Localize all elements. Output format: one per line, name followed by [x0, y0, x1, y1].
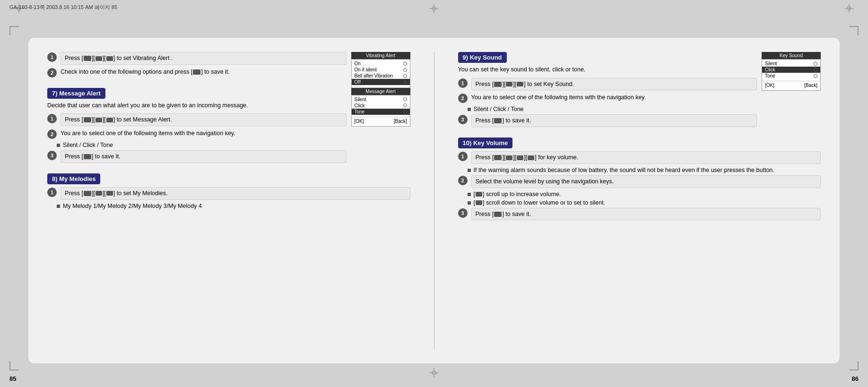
msg-row-silent: Silent	[352, 96, 410, 103]
step-num-1: 1	[47, 52, 57, 62]
msg-row-tone: Tone	[352, 109, 410, 115]
corner-tr	[849, 26, 859, 35]
kv-step-1-content: Press [][][][] for key volume.	[471, 151, 821, 164]
ks-step-num-1: 1	[458, 78, 468, 88]
ks-bullet-1: Silent / Click / Tone	[468, 106, 757, 112]
section8-title: 8) My Melodies	[47, 173, 100, 184]
vibrating-step-1-content: Press [][][] to set Vibrating Alert .	[61, 52, 347, 65]
corner-bl	[9, 361, 19, 370]
step-num-2: 2	[47, 68, 57, 77]
msg-bullet-1: Silent / Click / Tone	[57, 142, 347, 148]
ks-row-silent: Silent	[762, 60, 820, 67]
corner-tl	[9, 26, 19, 35]
key-volume-section: 10) Key Volume 1 Press [][][][] for key …	[458, 138, 821, 223]
right-top-crosshair	[844, 4, 854, 13]
vibrating-row-bell: Bell after Vibration	[352, 73, 410, 79]
kv-step-num-2: 2	[458, 176, 468, 185]
message-alert-section: 7) Message Alert Decide that user can wh…	[47, 88, 410, 166]
msg-screen-title: Message Alert	[351, 88, 410, 95]
ks-step-2: 2 You are to select one of the following…	[458, 93, 757, 103]
key-sound-section: 9) Key Sound You can set the key sound t…	[458, 52, 821, 130]
left-panel: 1 Press [][][] to set Vibrating Alert . …	[47, 52, 410, 349]
vibrating-alert-section: 1 Press [][][] to set Vibrating Alert . …	[47, 52, 410, 80]
kv-step-2-content: Select the volume level by using the nav…	[471, 175, 821, 188]
vibrating-step-2-content: Check into one of the following options …	[61, 68, 347, 77]
bottom-crosshair	[429, 368, 439, 378]
kv-warning: If the warning alarm sounds because of l…	[468, 167, 821, 173]
key-sound-screen: Key Sound Silent Click Tone	[762, 52, 821, 91]
section9-title: 9) Key Sound	[458, 52, 507, 63]
section7-title: 7) Message Alert	[47, 88, 105, 99]
page-number-right: 86	[852, 375, 859, 382]
section7-description: Decide that user can what alert you are …	[47, 102, 347, 110]
msg-step-3-content: Press [] to save it.	[61, 150, 347, 163]
top-crosshair	[429, 4, 439, 13]
msg-step-num-3: 3	[47, 151, 57, 160]
mel-bullet-1: My Melody 1/My Melody 2/My Melody 3/My M…	[57, 203, 410, 209]
message-alert-screen: Message Alert Silent Click Tone	[351, 88, 410, 127]
panel-divider	[434, 52, 434, 349]
msg-step-num-1: 1	[47, 114, 57, 123]
vibrating-screen-title: Vibrating Alert	[351, 52, 410, 59]
ks-step-3: 3 Press [] to save it.	[458, 114, 757, 127]
kv-step-2: 2 Select the volume level by using the n…	[458, 175, 821, 188]
ks-step-num-2: 2	[458, 94, 468, 103]
ks-screen-title: Key Sound	[762, 52, 821, 59]
msg-step-num-2: 2	[47, 129, 57, 139]
ks-step-2-content: You are to select one of the following i…	[471, 93, 757, 102]
msg-step-2: 2 You are to select one of the following…	[47, 129, 347, 139]
ks-screen-footer: [OK] [Back]	[762, 81, 820, 89]
vibrating-step-1: 1 Press [][][] to set Vibrating Alert .	[47, 52, 347, 65]
kv-bullet-down: [] scroll down to lower volume or to set…	[468, 199, 821, 206]
vibrating-row-on: On	[352, 60, 410, 67]
kv-step-3-content: Press [] to save it.	[471, 208, 821, 221]
msg-step-3: 3 Press [] to save it.	[47, 150, 347, 163]
corner-br	[849, 361, 859, 370]
msg-row-click: Click	[352, 103, 410, 109]
vibrating-row-off: Off	[352, 79, 410, 85]
msg-screen-footer: [OK] [Back]	[352, 117, 410, 125]
ks-step-num-3: 3	[458, 115, 468, 124]
ks-step-1: 1 Press [][][] to set Key Sound.	[458, 78, 757, 91]
main-container: 1 Press [][][] to set Vibrating Alert . …	[28, 38, 840, 363]
right-panel: 9) Key Sound You can set the key sound t…	[458, 52, 821, 349]
msg-step-2-content: You are to select one of the following i…	[61, 129, 347, 138]
ks-step-3-content: Press [] to save it.	[471, 114, 757, 127]
mel-step-1-content: Press [][][] to set My Melodies.	[61, 187, 410, 200]
section10-title: 10) Key Volume	[458, 138, 513, 148]
kv-step-1: 1 Press [][][][] for key volume.	[458, 151, 821, 164]
msg-step-1-content: Press [][][] to set Message Alert.	[61, 113, 347, 126]
kv-step-num-1: 1	[458, 152, 468, 161]
page-header: GA-160-8-13쪽 2003.8.16 10:15 AM 페이지 85	[9, 4, 117, 11]
mel-step-1: 1 Press [][][] to set My Melodies.	[47, 187, 410, 200]
ks-row-click: Click	[762, 67, 820, 73]
kv-step-3: 3 Press [] to save it.	[458, 208, 821, 221]
msg-step-1: 1 Press [][][] to set Message Alert.	[47, 113, 347, 126]
my-melodies-section: 8) My Melodies 1 Press [][][] to set My …	[47, 173, 410, 211]
ks-step-1-content: Press [][][] to set Key Sound.	[471, 78, 757, 91]
kv-step-num-3: 3	[458, 208, 468, 218]
section9-description: You can set the key sound to silent, cli…	[458, 66, 757, 74]
kv-bullet-up: [] scroll up to increase volume.	[468, 191, 821, 198]
vibrating-step-2: 2 Check into one of the following option…	[47, 68, 347, 77]
vibrating-row-silent: On if silent	[352, 67, 410, 73]
mel-step-num-1: 1	[47, 188, 57, 197]
page-number-left: 85	[9, 375, 16, 382]
ks-row-tone: Tone	[762, 73, 820, 79]
